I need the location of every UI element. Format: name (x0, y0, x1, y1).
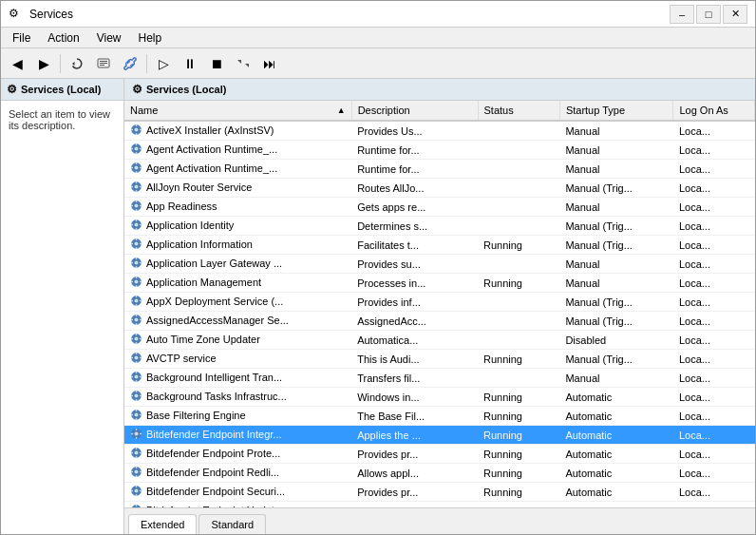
table-row[interactable]: Bitdefender Endpoint Prote...Provides pr… (124, 445, 755, 464)
back-button[interactable]: ◀ (5, 52, 29, 75)
service-status (478, 160, 559, 179)
service-logon: Loca... (673, 255, 755, 274)
svg-rect-30 (140, 186, 142, 187)
service-status: Running (478, 407, 559, 426)
table-row[interactable]: Background Intelligent Tran...Transfers … (124, 369, 755, 388)
table-row[interactable]: AllJoyn Router ServiceRoutes AllJo...Man… (124, 179, 755, 198)
stop-button[interactable]: ⏹ (204, 52, 229, 75)
svg-rect-60 (140, 281, 142, 282)
svg-rect-63 (136, 296, 137, 297)
link-button[interactable] (118, 52, 142, 75)
service-name: App Readiness (124, 198, 351, 217)
start-button[interactable]: ▷ (151, 52, 176, 75)
svg-rect-34 (136, 209, 137, 211)
service-status: Running (478, 483, 559, 502)
tab-standard[interactable]: Standard (198, 514, 266, 534)
svg-rect-77 (131, 338, 133, 339)
svg-rect-94 (136, 399, 137, 401)
service-startup-type: Manual (559, 121, 673, 141)
table-row[interactable]: Base Filtering EngineThe Base Fil...Runn… (124, 407, 755, 426)
col-header-logon[interactable]: Log On As (673, 101, 755, 121)
export-button[interactable] (91, 52, 116, 75)
svg-rect-66 (140, 300, 142, 301)
svg-rect-64 (136, 304, 137, 306)
svg-rect-40 (136, 228, 137, 230)
service-status: Running (478, 464, 559, 483)
tab-extended[interactable]: Extended (128, 514, 197, 534)
maximize-button[interactable]: □ (696, 5, 721, 24)
window-title: Services (29, 8, 73, 21)
window-controls: – □ ✕ (670, 5, 747, 24)
table-row[interactable]: AppX Deployment Service (...Provides inf… (124, 293, 755, 312)
service-startup-type: Automatic (559, 388, 673, 407)
col-header-name[interactable]: Name ▲ (124, 101, 351, 121)
service-logon: Loca... (673, 312, 755, 331)
restart-button[interactable] (231, 52, 255, 75)
svg-rect-42 (140, 224, 142, 225)
svg-rect-78 (140, 338, 142, 339)
title-bar-left: ⚙ Services (9, 7, 73, 22)
svg-rect-76 (136, 342, 137, 344)
service-startup-type: Automatic (559, 464, 673, 483)
svg-rect-106 (136, 437, 137, 439)
service-startup-type: Disabled (559, 331, 673, 350)
table-row[interactable]: Bitdefender Endpoint Integr...Applies th… (124, 426, 755, 445)
table-row[interactable]: Bitdefender Endpoint Securi...Provides p… (124, 483, 755, 502)
service-startup-type: Manual (559, 255, 673, 274)
svg-rect-29 (131, 186, 133, 187)
refresh-button[interactable] (65, 52, 89, 75)
menu-file[interactable]: File (5, 29, 38, 47)
service-description: This is Audi... (351, 350, 478, 369)
svg-rect-88 (136, 380, 137, 382)
main-window: ⚙ Services – □ ✕ File Action View Help ◀… (0, 0, 756, 535)
table-row[interactable]: Application IdentityDetermines s...Manua… (124, 217, 755, 236)
col-header-startup[interactable]: Startup Type (559, 101, 673, 121)
service-name: Agent Activation Runtime_... (124, 141, 351, 160)
table-row[interactable]: Application InformationFacilitates t...R… (124, 236, 755, 255)
table-row[interactable]: Bitdefender Endpoint Redli...Allows appl… (124, 464, 755, 483)
forward-button[interactable]: ▶ (31, 52, 56, 75)
pause-button[interactable]: ⏸ (178, 52, 202, 75)
service-startup-type: Manual (Trig... (559, 312, 673, 331)
service-description: Routes AllJo... (351, 179, 478, 198)
svg-point-56 (135, 280, 139, 284)
service-description: Runtime for... (351, 160, 478, 179)
col-header-status[interactable]: Status (478, 101, 559, 121)
svg-rect-24 (140, 167, 142, 168)
svg-rect-23 (131, 167, 133, 168)
service-startup-type: Manual (559, 141, 673, 160)
menu-action[interactable]: Action (40, 29, 86, 47)
svg-rect-52 (136, 266, 137, 268)
table-row[interactable]: Application ManagementProcesses in...Run… (124, 274, 755, 293)
service-status (478, 141, 559, 160)
col-header-description[interactable]: Description (351, 101, 478, 121)
svg-rect-117 (136, 467, 137, 468)
service-logon: Loca... (673, 217, 755, 236)
close-button[interactable]: ✕ (723, 5, 747, 24)
svg-rect-126 (140, 490, 142, 491)
service-status (478, 293, 559, 312)
services-table-container[interactable]: Name ▲ Description Status S (124, 101, 755, 507)
table-row[interactable]: AVCTP serviceThis is Audi...RunningManua… (124, 350, 755, 369)
service-description: Gets apps re... (351, 198, 478, 217)
service-description: Provides pr... (351, 445, 478, 464)
table-row[interactable]: Background Tasks Infrastruc...Windows in… (124, 388, 755, 407)
svg-point-38 (135, 223, 139, 227)
service-name: AssignedAccessManager Se... (124, 312, 351, 331)
service-description: Processes in... (351, 274, 478, 293)
svg-rect-114 (140, 452, 142, 453)
table-row[interactable]: ActiveX Installer (AxInstSV)Provides Us.… (124, 121, 755, 141)
svg-rect-83 (131, 357, 133, 358)
forward-play-button[interactable]: ⏭ (257, 52, 282, 75)
menu-view[interactable]: View (89, 29, 129, 47)
table-row[interactable]: Agent Activation Runtime_...Runtime for.… (124, 160, 755, 179)
minimize-button[interactable]: – (670, 5, 694, 24)
table-row[interactable]: Auto Time Zone UpdaterAutomatica...Disab… (124, 331, 755, 350)
menu-help[interactable]: Help (131, 29, 170, 47)
table-row[interactable]: AssignedAccessManager Se...AssignedAcc..… (124, 312, 755, 331)
table-row[interactable]: App ReadinessGets apps re...ManualLoca..… (124, 198, 755, 217)
service-status: Running (478, 236, 559, 255)
svg-rect-27 (136, 182, 137, 183)
table-row[interactable]: Application Layer Gateway ...Provides su… (124, 255, 755, 274)
table-row[interactable]: Agent Activation Runtime_...Runtime for.… (124, 141, 755, 160)
